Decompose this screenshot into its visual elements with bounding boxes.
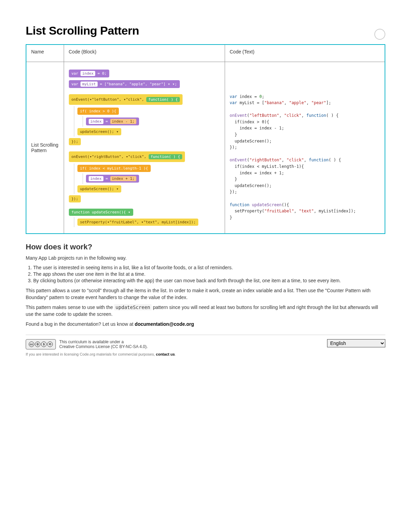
row-name: List Scrolling Pattern — [26, 62, 64, 234]
pattern-table: Name Code (Block) Code (Text) List Scrol… — [26, 44, 385, 234]
how-steps: The user is interested in seeing items i… — [33, 265, 385, 283]
block-inc: index = index + 1; — [86, 175, 139, 183]
code-block-cell: var index = 0; var myList = ["banana", "… — [64, 62, 225, 234]
block-var-mylist: var myList = ["banana", "apple", "pear"]… — [69, 80, 180, 88]
block-onevent-left: onEvent(▾"leftButton", ▾"click", functio… — [69, 94, 183, 105]
page-title: List Scrolling Pattern — [26, 24, 139, 37]
contact-us-link[interactable]: contact us — [156, 352, 175, 356]
col-name: Name — [26, 45, 64, 62]
block-setprop: setProperty(▾"fruitLabel", ▾"text", myLi… — [77, 219, 199, 226]
how-p2: This pattern makes sense to use with the… — [26, 304, 385, 318]
bug-line: Found a bug in the documentation? Let us… — [26, 321, 385, 328]
code-text: var index = 0; var myList = ["banana", "… — [230, 66, 380, 221]
block-close1: }); — [69, 138, 81, 145]
block-if-gt0: if( index > 0 ){ — [77, 108, 119, 115]
block-close2: }); — [69, 195, 81, 202]
how-intro: Many App Lab projects run in the followi… — [26, 255, 385, 262]
list-item: The user is interested in seeing items i… — [33, 265, 385, 270]
cc-text: This curriculum is available under a Cre… — [59, 339, 148, 349]
block-update1: updateScreen(); ▾ — [77, 128, 122, 135]
cc-badge-icon: cc①$⟲ — [26, 339, 56, 349]
language-select[interactable]: English — [327, 339, 385, 347]
inline-code: updateScreen — [114, 304, 151, 310]
list-item: By clicking buttons (or otherwise intera… — [33, 278, 385, 283]
block-onevent-right: onEvent(▾"rightButton", ▾"click", functi… — [69, 151, 185, 162]
how-heading: How does it work? — [26, 243, 385, 251]
list-item: The app shows the user one item in the l… — [33, 271, 385, 277]
divider — [26, 335, 385, 335]
toggle-circle[interactable] — [374, 29, 385, 40]
block-fn-def: function updateScreen(){ ▾ — [69, 209, 133, 216]
block-var-index: var index = 0; — [69, 70, 110, 77]
block-dec: index = index - 1; — [86, 117, 139, 125]
how-p1: This pattern allows a user to "scroll" t… — [26, 287, 385, 301]
bug-email-link[interactable]: documentation@code.org — [135, 321, 194, 327]
code-text-cell: var index = 0; var myList = ["banana", "… — [225, 62, 385, 234]
block-update2: updateScreen(); ▾ — [77, 185, 122, 193]
col-text: Code (Text) — [225, 45, 385, 62]
block-if-lt: if( index < myList.length-1 ){ — [77, 165, 151, 172]
col-block: Code (Block) — [64, 45, 225, 62]
licensing-note: If you are interested in licensing Code.… — [26, 352, 176, 356]
